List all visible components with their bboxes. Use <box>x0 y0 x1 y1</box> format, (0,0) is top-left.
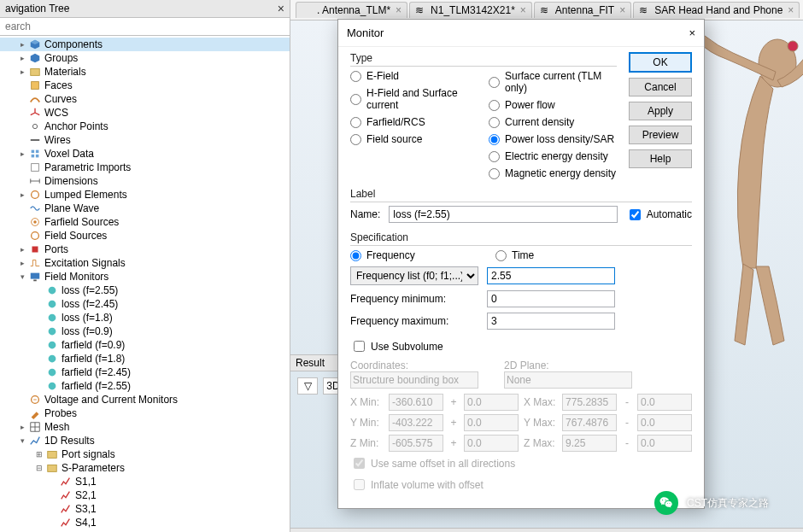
import-icon <box>29 161 41 173</box>
dialog-titlebar[interactable]: Monitor × <box>338 20 704 47</box>
watermark-text: CST仿真专家之路 <box>687 496 769 511</box>
tree-item-farfield-sources[interactable]: Farfield Sources <box>0 215 290 229</box>
tree-item-vc-monitors[interactable]: Voltage and Current Monitors <box>0 393 290 406</box>
tree-item-sparam[interactable]: S1,1 <box>0 475 290 488</box>
radio-field-source[interactable]: Field source <box>350 133 478 145</box>
tree-item-sparam[interactable]: S2,1 <box>0 488 290 502</box>
wave-icon: ≋ <box>415 4 427 16</box>
vc-monitor-icon <box>29 394 41 406</box>
xmax-offset-input <box>637 394 692 411</box>
tree-item-port-signals[interactable]: ⊞Port signals <box>0 447 290 461</box>
tree-item-voxel-data[interactable]: ▸Voxel Data <box>0 147 290 161</box>
name-input[interactable] <box>389 206 617 223</box>
tab-close-icon[interactable]: × <box>396 4 402 16</box>
tree-item-sparam[interactable]: S4,1 <box>0 516 290 529</box>
tree-item-excitation-signals[interactable]: ▸Excitation Signals <box>0 256 290 270</box>
expander-icon[interactable]: ▾ <box>17 436 27 446</box>
radio-time[interactable]: Time <box>495 249 632 261</box>
expander-icon[interactable]: ▸ <box>17 244 27 254</box>
tree-item-monitor[interactable]: farfield (f=0.9) <box>0 338 290 352</box>
tree-item-monitor[interactable]: farfield (f=2.55) <box>0 379 290 393</box>
wave-icon <box>29 202 41 214</box>
tree-item-monitor[interactable]: loss (f=2.55) <box>0 284 290 297</box>
navigation-tree[interactable]: ▸Components ▸Groups ▸Materials Faces Cur… <box>0 36 290 532</box>
expander-icon[interactable]: ▸ <box>17 190 27 200</box>
tree-item-monitor[interactable]: loss (f=0.9) <box>0 324 290 338</box>
tree-item-monitor[interactable]: farfield (f=1.8) <box>0 352 290 365</box>
expander-icon[interactable]: ▾ <box>17 272 27 282</box>
apply-button[interactable]: Apply <box>629 102 692 120</box>
tree-item-anchor-points[interactable]: Anchor Points <box>0 120 290 133</box>
preview-button[interactable]: Preview <box>629 126 692 144</box>
tab-close-icon[interactable]: × <box>619 4 625 16</box>
nav-search-input[interactable] <box>0 18 290 35</box>
dialog-close-icon[interactable]: × <box>689 26 695 39</box>
automatic-checkbox[interactable]: Automatic <box>626 207 692 223</box>
frequency-list-select[interactable]: Frequency list (f0; f1;...) <box>350 266 478 285</box>
tree-item-materials[interactable]: ▸Materials <box>0 65 290 79</box>
expander-icon[interactable]: ▸ <box>17 67 27 77</box>
frequency-value-input[interactable] <box>487 267 615 284</box>
tree-item-field-sources[interactable]: Field Sources <box>0 229 290 243</box>
radio-efield[interactable]: E-Field <box>350 70 478 82</box>
tab-antenna-tlm[interactable]: . Antenna_TLM*× <box>296 2 407 18</box>
radio-surface-current[interactable]: Surface current (TLM only) <box>489 70 617 94</box>
tab-close-icon[interactable]: × <box>520 4 526 16</box>
expander-icon[interactable]: ▸ <box>17 258 27 268</box>
chart-icon <box>60 517 72 529</box>
tab-antenna-fit[interactable]: ≋Antenna_FIT× <box>534 2 631 18</box>
tree-item-dimensions[interactable]: Dimensions <box>0 174 290 188</box>
tree-item-curves[interactable]: Curves <box>0 92 290 106</box>
xmax-input <box>562 394 617 411</box>
expander-icon[interactable]: ▸ <box>17 422 27 432</box>
tree-item-sparameters[interactable]: ⊟S-Parameters <box>0 461 290 475</box>
tree-item-wcs[interactable]: WCS <box>0 106 290 120</box>
cancel-button[interactable]: Cancel <box>629 78 692 96</box>
ok-button[interactable]: OK <box>629 52 692 73</box>
radio-electric-energy[interactable]: Electric energy density <box>489 150 617 162</box>
svg-point-20 <box>49 355 56 363</box>
tree-item-monitor[interactable]: loss (f=1.8) <box>0 311 290 324</box>
anchor-icon <box>29 120 41 132</box>
minus-icon[interactable]: ⊟ <box>34 463 44 473</box>
tab-close-icon[interactable]: × <box>788 4 794 16</box>
filter-tool[interactable]: ▽ <box>297 377 318 395</box>
tree-item-field-monitors[interactable]: ▾Field Monitors <box>0 270 290 284</box>
xmin-input <box>389 394 443 411</box>
expander-icon[interactable]: ▸ <box>17 149 27 159</box>
tree-item-probes[interactable]: Probes <box>0 406 290 420</box>
tree-item-wires[interactable]: Wires <box>0 133 290 147</box>
tab-n1-tlm[interactable]: ≋N1_TLM3142X21*× <box>409 2 532 18</box>
use-subvolume-checkbox[interactable]: Use Subvolume <box>350 338 692 354</box>
help-button[interactable]: Help <box>629 149 692 168</box>
tree-item-groups[interactable]: ▸Groups <box>0 51 290 65</box>
tree-item-mesh[interactable]: ▸Mesh <box>0 420 290 434</box>
radio-magnetic-energy[interactable]: Magnetic energy density <box>489 167 617 179</box>
tree-item-lumped-elements[interactable]: ▸Lumped Elements <box>0 188 290 202</box>
radio-power-loss-sar[interactable]: Power loss density/SAR <box>489 133 617 145</box>
radio-current-density[interactable]: Current density <box>489 116 617 128</box>
freq-max-input[interactable] <box>487 313 615 330</box>
nav-panel-close-icon[interactable]: × <box>278 2 284 15</box>
freq-min-input[interactable] <box>487 290 615 307</box>
tree-item-monitor[interactable]: farfield (f=2.45) <box>0 365 290 379</box>
tab-sar-head[interactable]: ≋SAR Head Hand and Phone× <box>633 2 800 18</box>
tree-item-components[interactable]: ▸Components <box>0 38 290 51</box>
radio-power-flow[interactable]: Power flow <box>489 99 617 111</box>
expander-icon[interactable]: ▸ <box>17 53 27 63</box>
expander-icon[interactable]: ▸ <box>17 39 27 50</box>
tree-item-faces[interactable]: Faces <box>0 79 290 92</box>
radio-farfield-rcs[interactable]: Farfield/RCS <box>350 116 478 128</box>
tree-item-monitor[interactable]: loss (f=2.45) <box>0 297 290 311</box>
tree-item-ports[interactable]: ▸Ports <box>0 243 290 256</box>
tree-item-plane-wave[interactable]: Plane Wave <box>0 202 290 215</box>
tree-item-parametric-imports[interactable]: Parametric Imports <box>0 161 290 174</box>
tree-item-1d-results[interactable]: ▾1D Results <box>0 434 290 447</box>
radio-hfield[interactable]: H-Field and Surface current <box>350 87 478 111</box>
ymin-offset-input <box>464 414 519 431</box>
tree-item-sparam[interactable]: S3,1 <box>0 502 290 516</box>
svg-point-2 <box>32 124 37 128</box>
signal-icon <box>29 257 41 269</box>
plus-icon[interactable]: ⊞ <box>34 449 44 459</box>
radio-frequency[interactable]: Frequency <box>350 249 487 261</box>
